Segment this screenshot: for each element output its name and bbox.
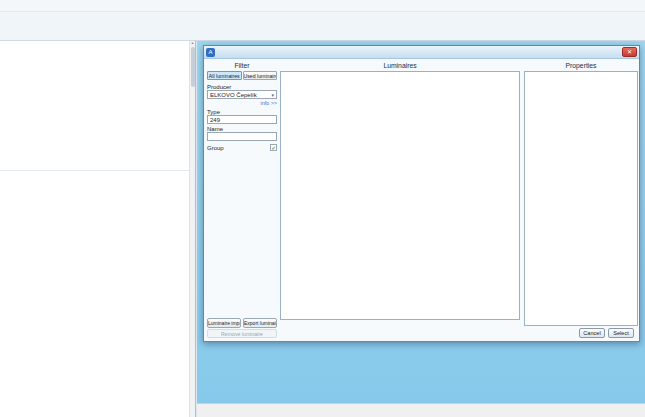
left-panel: ▲ [0, 41, 196, 417]
dialog-close-button[interactable]: ✕ [622, 47, 637, 57]
dialog-body: Filter All luminaires Used luminaires Pr… [204, 59, 639, 341]
cancel-button[interactable]: Cancel [579, 328, 605, 338]
luminaire-import-button[interactable]: Luminaire import [207, 318, 241, 328]
all-luminaires-button[interactable]: All luminaires [207, 71, 242, 80]
dialog-app-icon: A [206, 48, 215, 57]
remove-luminaire-button: Remove luminaire [207, 329, 277, 338]
producer-select[interactable]: ELKOVO Čepelík ▾ [207, 90, 277, 99]
status-bar [197, 403, 645, 417]
menu-bar [0, 0, 645, 11]
filter-panel: Filter All luminaires Used luminaires Pr… [207, 61, 277, 338]
select-button[interactable]: Select [608, 328, 634, 338]
luminaires-panel: Luminaires [280, 61, 520, 338]
toolbar-secondary [0, 26, 645, 41]
dialog-title-bar[interactable]: A ✕ [204, 46, 639, 59]
dialog-footer: Cancel Select [579, 328, 634, 338]
chevron-down-icon: ▾ [271, 92, 274, 98]
properties-body [524, 71, 638, 326]
used-luminaires-button[interactable]: Used luminaires [243, 71, 278, 80]
luminaire-selection-dialog: A ✕ Filter All luminaires Used luminaire… [203, 45, 640, 342]
group-label: Group [207, 145, 224, 151]
properties-title: Properties [524, 61, 638, 70]
luminaire-table [280, 71, 520, 320]
properties-panel: Properties [524, 61, 638, 326]
left-panel-scrollbar[interactable]: ▲ [189, 41, 195, 417]
name-input[interactable] [207, 132, 277, 141]
toolbar-main [0, 11, 645, 26]
filter-title: Filter [207, 61, 277, 70]
info-link[interactable]: info >> [207, 100, 277, 106]
export-luminaire-button[interactable]: Export luminaire [243, 318, 277, 328]
luminaires-title: Luminaires [280, 61, 520, 70]
project-tree [0, 41, 195, 171]
producer-value: ELKOVO Čepelík [210, 92, 257, 98]
type-input[interactable]: 249 [207, 115, 277, 124]
scroll-thumb[interactable] [191, 47, 195, 87]
scroll-up-icon[interactable]: ▲ [191, 41, 194, 45]
group-checkbox[interactable]: ✔ [270, 144, 277, 151]
